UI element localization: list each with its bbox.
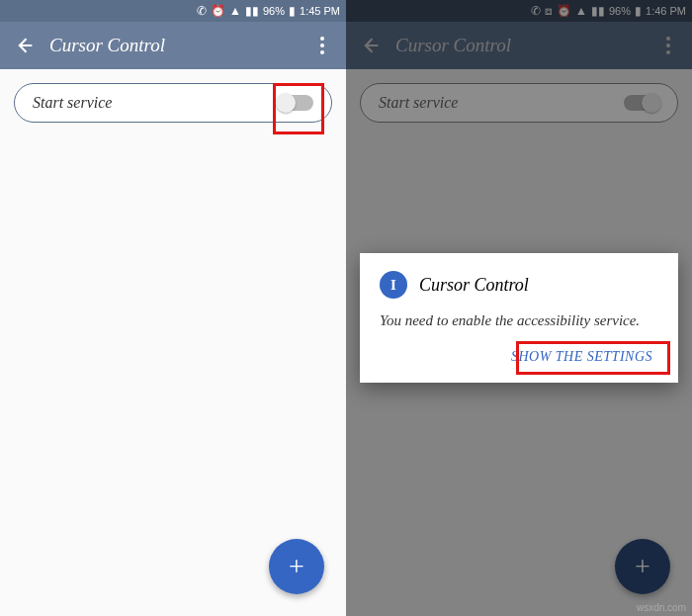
clock-text: 1:45 PM [300,5,340,17]
clock-text: 1:46 PM [646,5,686,17]
wifi-icon: ▲ [229,5,241,17]
alarm-icon: ⏰ [211,5,225,17]
dialog-title: Cursor Control [419,275,529,296]
svg-point-2 [320,50,324,54]
dialog-actions: SHOW THE SETTINGS [380,345,658,369]
show-settings-button[interactable]: SHOW THE SETTINGS [505,345,658,369]
battery-icon: ▮ [289,5,296,17]
svg-point-0 [320,37,324,41]
screen-right: ✆ ⧈ ⏰ ▲ ▮▮ 96% ▮ 1:46 PM Cursor Control … [346,0,692,616]
plus-icon: + [289,551,304,582]
fab-add[interactable]: + [269,539,324,594]
service-card: Start service [360,83,678,123]
screen-left: ✆ ⏰ ▲ ▮▮ 96% ▮ 1:45 PM Cursor Control St… [0,0,346,616]
status-bar: ✆ ⏰ ▲ ▮▮ 96% ▮ 1:45 PM [0,0,346,22]
dialog: I Cursor Control You need to enable the … [360,253,678,383]
app-icon-letter: I [390,277,396,294]
watermark: wsxdn.com [637,602,686,613]
svg-point-3 [666,37,670,41]
service-label: Start service [379,94,458,112]
signal-icon: ▮▮ [245,5,259,17]
content-area: Start service + [0,69,346,616]
overflow-menu-icon[interactable] [306,30,338,61]
svg-point-1 [320,44,324,47]
signal-icon: ▮▮ [591,5,605,17]
battery-text: 96% [263,5,285,17]
wifi-icon: ▲ [575,5,587,17]
overflow-menu-icon[interactable] [652,30,684,61]
dialog-header: I Cursor Control [380,271,658,299]
battery-icon: ▮ [635,5,642,17]
svg-point-4 [666,44,670,47]
back-button[interactable] [8,30,40,61]
service-toggle[interactable] [278,95,313,111]
app-title: Cursor Control [49,35,306,56]
app-bar: Cursor Control [0,22,346,69]
service-toggle[interactable] [624,95,659,111]
svg-point-5 [666,50,670,54]
app-icon: I [380,271,407,299]
status-bar: ✆ ⧈ ⏰ ▲ ▮▮ 96% ▮ 1:46 PM [346,0,692,22]
service-card: Start service [14,83,332,123]
fab-add[interactable]: + [615,539,670,594]
plus-icon: + [635,551,650,582]
battery-text: 96% [609,5,631,17]
dropbox-icon: ⧈ [545,5,553,17]
whatsapp-icon: ✆ [197,5,207,17]
back-button[interactable] [354,30,386,61]
app-bar: Cursor Control [346,22,692,69]
whatsapp-icon: ✆ [531,5,541,17]
dialog-message: You need to enable the accessibility ser… [380,310,658,331]
service-label: Start service [33,94,112,112]
alarm-icon: ⏰ [557,5,571,17]
app-title: Cursor Control [395,35,652,56]
